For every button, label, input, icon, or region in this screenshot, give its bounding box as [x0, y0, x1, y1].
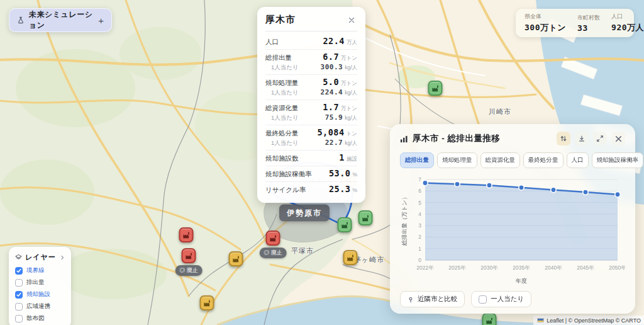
- layer-checkbox[interactable]: [15, 267, 23, 275]
- chevron-right-icon[interactable]: [60, 255, 65, 260]
- facility-marker-ok[interactable]: [428, 81, 443, 96]
- per-capita-label: 一人当たり: [491, 295, 524, 304]
- stat-row: 焼却処理量5.0万トン1人当たり224.4kg/人: [265, 75, 357, 100]
- layer-checkbox[interactable]: [15, 279, 23, 287]
- stat-row: リサイクル率25.3%: [265, 182, 357, 197]
- facility-marker-alert[interactable]: [266, 231, 280, 246]
- close-icon[interactable]: [346, 14, 357, 26]
- facility-marker: [200, 295, 214, 311]
- facility-marker-ok[interactable]: [358, 210, 373, 225]
- layer-label: 広域連携: [26, 302, 50, 311]
- stat-row: 総資源化量1.7万トン1人当たり75.9kg/人: [265, 100, 357, 125]
- svg-text:年度: 年度: [516, 278, 527, 284]
- bar-chart-icon: [400, 135, 408, 143]
- svg-text:2040年: 2040年: [545, 265, 562, 271]
- layer-label: 排出量: [26, 278, 45, 287]
- svg-text:1: 1: [418, 246, 421, 252]
- layer-checkbox[interactable]: [15, 315, 23, 322]
- per-capita-toggle[interactable]: 一人当たり: [471, 291, 531, 307]
- chart-tab[interactable]: 人口: [567, 152, 589, 168]
- sort-toggle-icon[interactable]: [557, 132, 570, 145]
- layer-toggle[interactable]: 排出量: [15, 278, 65, 287]
- facility-marker: ◎ 廃止: [182, 248, 196, 263]
- compare-neighbors-button[interactable]: 近隣市と比較: [400, 291, 465, 307]
- city-label: 茅ヶ崎市: [354, 255, 384, 265]
- svg-text:5: 5: [418, 200, 421, 206]
- svg-text:7: 7: [418, 176, 421, 183]
- svg-text:4: 4: [418, 211, 421, 217]
- factory-icon: [185, 252, 193, 260]
- facility-marker-alert[interactable]: [179, 227, 194, 242]
- layer-label: 境界線: [26, 266, 45, 275]
- decommissioned-badge: ◎ 廃止: [259, 248, 287, 258]
- compare-neighbors-label: 近隣市と比較: [418, 295, 457, 304]
- facility-marker: [482, 313, 497, 325]
- layer-toggle[interactable]: 広域連携: [15, 302, 65, 311]
- simulation-button-label: 未来シミュレーション: [29, 9, 94, 31]
- layers-panel: レイヤー 境界線排出量焼却施設広域連携散布図: [9, 247, 71, 325]
- layer-label: 散布図: [26, 314, 45, 322]
- facility-marker-warning[interactable]: [229, 251, 243, 266]
- close-icon[interactable]: [611, 132, 625, 145]
- chart-tab[interactable]: 総資源化量: [480, 152, 521, 168]
- pin-icon: [408, 296, 414, 303]
- layer-label: 焼却施設: [26, 290, 50, 299]
- layers-icon: [15, 254, 22, 261]
- facility-marker-warning[interactable]: [343, 250, 358, 265]
- layer-toggle-list: 境界線排出量焼却施設広域連携散布図: [15, 266, 65, 322]
- factory-icon: [232, 255, 240, 263]
- facility-marker: [179, 227, 194, 242]
- add-icon[interactable]: +: [98, 15, 104, 26]
- factory-icon: [362, 214, 370, 222]
- layer-checkbox[interactable]: [15, 303, 23, 311]
- chart-tab[interactable]: 焼却施設稼働率: [592, 152, 644, 168]
- stat-row: 焼却施設数1施設: [265, 151, 357, 166]
- facility-marker: [343, 250, 358, 265]
- svg-text:6: 6: [418, 188, 421, 194]
- chart-tab[interactable]: 焼却処理量: [437, 152, 477, 168]
- svg-text:2030年: 2030年: [480, 265, 498, 271]
- city-label: 川崎市: [489, 107, 511, 117]
- svg-text:2022年: 2022年: [416, 265, 434, 271]
- svg-text:2050年: 2050年: [609, 265, 625, 271]
- simulation-button[interactable]: 未来シミュレーション +: [9, 8, 112, 32]
- stat-row: 焼却施設稼働率53.0%: [265, 166, 357, 182]
- factory-icon: [269, 234, 277, 242]
- per-capita-checkbox[interactable]: [479, 295, 487, 304]
- chart-metric-tabs: 総排出量焼却処理量総資源化量最終処分量人口焼却施設稼働率: [400, 152, 625, 168]
- svg-text:2025年: 2025年: [448, 265, 466, 271]
- download-icon[interactable]: [575, 132, 589, 145]
- facility-marker: [229, 251, 243, 266]
- facility-marker-alert[interactable]: [182, 248, 196, 263]
- prefecture-stats: 県全体300万トン市町村数33人口920万人: [516, 9, 634, 37]
- city-info-panel: 厚木市 人口22.4万人総排出量6.7万トン1人当たり300.3kg/人焼却処理…: [257, 7, 365, 203]
- factory-icon: [341, 221, 349, 229]
- facility-marker-ok[interactable]: [482, 313, 497, 325]
- ukraine-flag-icon: [537, 318, 544, 323]
- svg-text:2: 2: [418, 234, 421, 240]
- trend-chart-panel: 厚木市 - 総排出量推移 総排出量焼却処理量総資源化量最終処分量人口焼却施設稼働…: [390, 124, 635, 314]
- layer-toggle[interactable]: 焼却施設: [15, 290, 65, 299]
- map-attribution: Leaflet | © OpenStreetMap © CARTO: [533, 316, 644, 325]
- svg-text:2035年: 2035年: [513, 265, 530, 271]
- facility-marker-warning[interactable]: [200, 295, 214, 311]
- chart-tab[interactable]: 総排出量: [400, 152, 434, 168]
- svg-text:2045年: 2045年: [577, 265, 594, 271]
- layer-toggle[interactable]: 境界線: [15, 266, 65, 275]
- trend-chart: 012345672022年2025年2030年2035年2040年2045年20…: [400, 173, 625, 288]
- layer-toggle[interactable]: 散布図: [15, 314, 65, 322]
- factory-icon: [431, 84, 440, 93]
- city-stats-list: 人口22.4万人総排出量6.7万トン1人当たり300.3kg/人焼却処理量5.0…: [265, 34, 357, 197]
- layer-checkbox[interactable]: [15, 291, 23, 299]
- chart-tab[interactable]: 最終処分量: [523, 152, 564, 168]
- svg-text:3: 3: [418, 222, 421, 229]
- prefecture-stat: 県全体300万トン: [525, 13, 566, 33]
- svg-text:総排出量（万トン）: 総排出量（万トン）: [401, 194, 408, 246]
- factory-icon: [347, 254, 355, 262]
- expand-icon[interactable]: [593, 132, 607, 145]
- attribution-text[interactable]: Leaflet | © OpenStreetMap © CARTO: [547, 317, 641, 324]
- facility-marker-ok[interactable]: [338, 217, 352, 232]
- city-panel-title: 厚木市: [265, 14, 346, 26]
- stat-row: 総排出量6.7万トン1人当たり300.3kg/人: [265, 50, 357, 75]
- factory-icon: [486, 317, 494, 325]
